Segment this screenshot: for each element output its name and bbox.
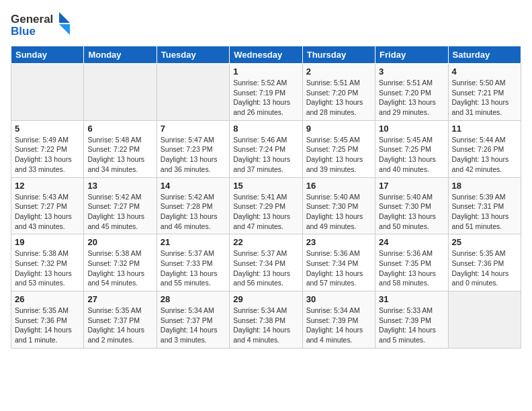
day-number: 2: [306, 66, 371, 77]
calendar-cell: 23Sunrise: 5:36 AM Sunset: 7:34 PM Dayli…: [302, 234, 375, 291]
day-info: Sunrise: 5:42 AM Sunset: 7:28 PM Dayligh…: [161, 192, 226, 232]
calendar-cell: 9Sunrise: 5:45 AM Sunset: 7:25 PM Daylig…: [302, 120, 375, 177]
day-number: 8: [233, 124, 298, 134]
logo: GeneralBlue: [11, 11, 71, 40]
calendar-cell: 15Sunrise: 5:41 AM Sunset: 7:29 PM Dayli…: [230, 177, 302, 234]
day-number: 13: [87, 181, 152, 191]
day-info: Sunrise: 5:38 AM Sunset: 7:32 PM Dayligh…: [15, 248, 80, 288]
calendar-cell: 16Sunrise: 5:40 AM Sunset: 7:30 PM Dayli…: [302, 177, 375, 234]
day-number: 10: [379, 124, 444, 134]
week-row-2: 5Sunrise: 5:49 AM Sunset: 7:22 PM Daylig…: [11, 120, 521, 177]
calendar-cell: 28Sunrise: 5:34 AM Sunset: 7:37 PM Dayli…: [157, 291, 229, 349]
day-number: 22: [233, 237, 298, 247]
day-number: 21: [161, 237, 226, 247]
calendar-cell: [84, 64, 157, 121]
day-header-wednesday: Wednesday: [230, 46, 302, 64]
calendar-cell: 17Sunrise: 5:40 AM Sunset: 7:30 PM Dayli…: [375, 177, 448, 234]
day-info: Sunrise: 5:34 AM Sunset: 7:38 PM Dayligh…: [233, 306, 298, 345]
day-info: Sunrise: 5:35 AM Sunset: 7:36 PM Dayligh…: [452, 248, 517, 288]
day-info: Sunrise: 5:52 AM Sunset: 7:19 PM Dayligh…: [233, 78, 298, 118]
day-info: Sunrise: 5:50 AM Sunset: 7:21 PM Dayligh…: [452, 78, 517, 118]
day-info: Sunrise: 5:37 AM Sunset: 7:33 PM Dayligh…: [161, 248, 226, 288]
calendar-cell: 19Sunrise: 5:38 AM Sunset: 7:32 PM Dayli…: [11, 234, 84, 291]
calendar-cell: 4Sunrise: 5:50 AM Sunset: 7:21 PM Daylig…: [448, 64, 521, 121]
day-header-thursday: Thursday: [302, 46, 375, 64]
day-number: 11: [452, 124, 517, 134]
calendar-cell: 24Sunrise: 5:36 AM Sunset: 7:35 PM Dayli…: [375, 234, 448, 291]
calendar-cell: [157, 64, 229, 121]
calendar-cell: 12Sunrise: 5:43 AM Sunset: 7:27 PM Dayli…: [11, 177, 84, 234]
day-header-monday: Monday: [84, 46, 157, 64]
day-info: Sunrise: 5:35 AM Sunset: 7:36 PM Dayligh…: [15, 306, 80, 345]
calendar-cell: 5Sunrise: 5:49 AM Sunset: 7:22 PM Daylig…: [11, 120, 84, 177]
calendar-cell: 26Sunrise: 5:35 AM Sunset: 7:36 PM Dayli…: [11, 291, 84, 349]
day-number: 19: [15, 237, 80, 247]
calendar-cell: 31Sunrise: 5:33 AM Sunset: 7:39 PM Dayli…: [375, 291, 448, 349]
day-info: Sunrise: 5:45 AM Sunset: 7:25 PM Dayligh…: [379, 135, 444, 175]
day-info: Sunrise: 5:34 AM Sunset: 7:37 PM Dayligh…: [161, 306, 226, 345]
day-header-tuesday: Tuesday: [157, 46, 229, 64]
day-number: 31: [379, 294, 444, 304]
calendar-cell: 21Sunrise: 5:37 AM Sunset: 7:33 PM Dayli…: [157, 234, 229, 291]
calendar-cell: 10Sunrise: 5:45 AM Sunset: 7:25 PM Dayli…: [375, 120, 448, 177]
week-row-5: 26Sunrise: 5:35 AM Sunset: 7:36 PM Dayli…: [11, 291, 521, 349]
day-info: Sunrise: 5:43 AM Sunset: 7:27 PM Dayligh…: [15, 192, 80, 232]
day-number: 1: [233, 66, 298, 77]
day-number: 18: [452, 181, 517, 191]
svg-text:General: General: [11, 13, 53, 26]
day-info: Sunrise: 5:51 AM Sunset: 7:20 PM Dayligh…: [379, 78, 444, 118]
calendar-cell: 27Sunrise: 5:35 AM Sunset: 7:37 PM Dayli…: [84, 291, 157, 349]
day-number: 4: [452, 66, 517, 77]
calendar-cell: 20Sunrise: 5:38 AM Sunset: 7:32 PM Dayli…: [84, 234, 157, 291]
day-number: 6: [87, 124, 152, 134]
calendar-cell: 13Sunrise: 5:42 AM Sunset: 7:27 PM Dayli…: [84, 177, 157, 234]
day-number: 14: [161, 181, 226, 191]
day-info: Sunrise: 5:36 AM Sunset: 7:35 PM Dayligh…: [379, 248, 444, 288]
header: GeneralBlue: [11, 11, 521, 40]
day-number: 7: [161, 124, 226, 134]
day-number: 27: [87, 294, 152, 304]
day-number: 16: [306, 181, 371, 191]
day-number: 29: [233, 294, 298, 304]
day-header-friday: Friday: [375, 46, 448, 64]
svg-text:Blue: Blue: [11, 25, 36, 38]
day-number: 26: [15, 294, 80, 304]
calendar-cell: 30Sunrise: 5:34 AM Sunset: 7:39 PM Dayli…: [302, 291, 375, 349]
day-info: Sunrise: 5:34 AM Sunset: 7:39 PM Dayligh…: [306, 306, 371, 345]
day-info: Sunrise: 5:41 AM Sunset: 7:29 PM Dayligh…: [233, 192, 298, 232]
calendar-cell: 18Sunrise: 5:39 AM Sunset: 7:31 PM Dayli…: [448, 177, 521, 234]
day-number: 28: [161, 294, 226, 304]
day-number: 30: [306, 294, 371, 304]
calendar-cell: 14Sunrise: 5:42 AM Sunset: 7:28 PM Dayli…: [157, 177, 229, 234]
calendar-table: SundayMondayTuesdayWednesdayThursdayFrid…: [11, 46, 521, 349]
day-number: 17: [379, 181, 444, 191]
day-number: 23: [306, 237, 371, 247]
day-info: Sunrise: 5:51 AM Sunset: 7:20 PM Dayligh…: [306, 78, 371, 118]
day-info: Sunrise: 5:46 AM Sunset: 7:24 PM Dayligh…: [233, 135, 298, 175]
calendar-cell: 2Sunrise: 5:51 AM Sunset: 7:20 PM Daylig…: [302, 64, 375, 121]
calendar-cell: 25Sunrise: 5:35 AM Sunset: 7:36 PM Dayli…: [448, 234, 521, 291]
day-info: Sunrise: 5:36 AM Sunset: 7:34 PM Dayligh…: [306, 248, 371, 288]
day-info: Sunrise: 5:40 AM Sunset: 7:30 PM Dayligh…: [379, 192, 444, 232]
day-info: Sunrise: 5:44 AM Sunset: 7:26 PM Dayligh…: [452, 135, 517, 175]
calendar-cell: [448, 291, 521, 349]
calendar-cell: 6Sunrise: 5:48 AM Sunset: 7:22 PM Daylig…: [84, 120, 157, 177]
day-info: Sunrise: 5:33 AM Sunset: 7:39 PM Dayligh…: [379, 306, 444, 345]
header-row: SundayMondayTuesdayWednesdayThursdayFrid…: [11, 46, 521, 64]
day-info: Sunrise: 5:38 AM Sunset: 7:32 PM Dayligh…: [87, 248, 152, 288]
day-header-sunday: Sunday: [11, 46, 84, 64]
day-info: Sunrise: 5:35 AM Sunset: 7:37 PM Dayligh…: [87, 306, 152, 345]
calendar-cell: 11Sunrise: 5:44 AM Sunset: 7:26 PM Dayli…: [448, 120, 521, 177]
day-info: Sunrise: 5:40 AM Sunset: 7:30 PM Dayligh…: [306, 192, 371, 232]
day-header-saturday: Saturday: [448, 46, 521, 64]
week-row-3: 12Sunrise: 5:43 AM Sunset: 7:27 PM Dayli…: [11, 177, 521, 234]
day-number: 3: [379, 66, 444, 77]
day-number: 9: [306, 124, 371, 134]
calendar-cell: 29Sunrise: 5:34 AM Sunset: 7:38 PM Dayli…: [230, 291, 302, 349]
calendar-cell: 8Sunrise: 5:46 AM Sunset: 7:24 PM Daylig…: [230, 120, 302, 177]
week-row-4: 19Sunrise: 5:38 AM Sunset: 7:32 PM Dayli…: [11, 234, 521, 291]
calendar-cell: [11, 64, 84, 121]
day-number: 15: [233, 181, 298, 191]
calendar-cell: 1Sunrise: 5:52 AM Sunset: 7:19 PM Daylig…: [230, 64, 302, 121]
day-info: Sunrise: 5:47 AM Sunset: 7:23 PM Dayligh…: [161, 135, 226, 175]
